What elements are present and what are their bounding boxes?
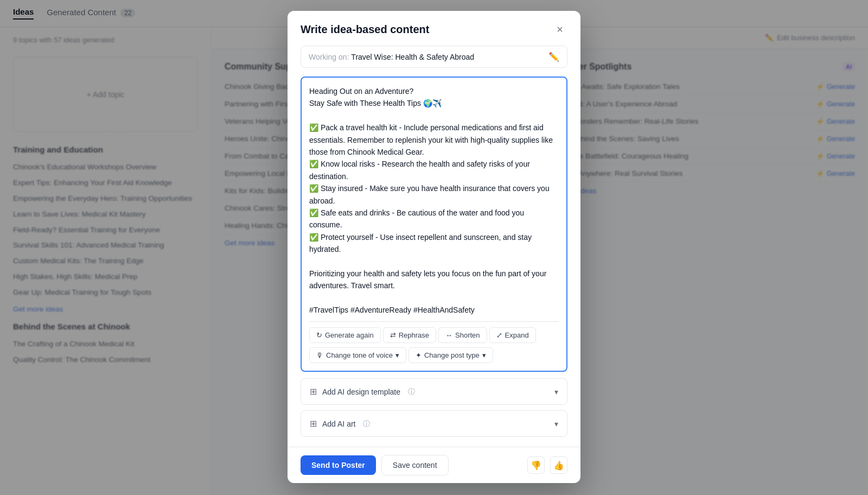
chevron-down-icon: ▾ (395, 351, 399, 359)
save-content-button[interactable]: Save content (381, 455, 449, 475)
shorten-icon: ↔ (445, 331, 452, 339)
design-template-chevron-icon: ▾ (554, 388, 558, 396)
modal-body: Working on: Travel Wise: Health & Safety… (288, 46, 580, 447)
write-content-modal: Write idea-based content × Working on: T… (288, 11, 580, 483)
thumbs-down-button[interactable]: 👎 (527, 456, 545, 474)
modal-header: Write idea-based content × (288, 11, 580, 46)
shorten-button[interactable]: ↔ Shorten (438, 327, 487, 343)
design-template-info-icon[interactable]: ⓘ (408, 387, 415, 397)
working-on-value: Travel Wise: Health & Safety Abroad (351, 53, 474, 61)
change-post-type-button[interactable]: ✦ Change post type ▾ (409, 347, 493, 363)
ai-art-info-icon[interactable]: ⓘ (363, 419, 370, 429)
tone-icon: 🎙 (316, 351, 323, 359)
ai-art-icon: ⊞ (310, 418, 317, 429)
ai-art-chevron-icon: ▾ (554, 420, 558, 428)
thumbs-up-button[interactable]: 👍 (550, 456, 567, 474)
rephrase-button[interactable]: ⇄ Rephrase (383, 327, 436, 343)
expand-button[interactable]: ⤢ Expand (489, 327, 536, 343)
thumbs-up-icon: 👍 (553, 460, 564, 471)
modal-footer: Send to Poster Save content 👎 👍 (288, 447, 580, 483)
add-ai-art-card[interactable]: ⊞ Add AI art ⓘ ▾ (301, 410, 567, 437)
chevron-down-icon: ▾ (482, 351, 486, 359)
rephrase-icon: ⇄ (390, 331, 396, 339)
modal-title: Write idea-based content (301, 23, 429, 36)
change-tone-button[interactable]: 🎙 Change tone of voice ▾ (309, 347, 406, 363)
post-type-icon: ✦ (416, 351, 422, 359)
modal-overlay: Write idea-based content × Working on: T… (0, 0, 868, 495)
working-on-label: Working on: (309, 53, 349, 61)
edit-working-on-icon[interactable]: ✏️ (548, 52, 559, 62)
close-modal-button[interactable]: × (552, 22, 567, 37)
refresh-icon: ↻ (316, 331, 322, 339)
send-to-poster-button[interactable]: Send to Poster (301, 455, 376, 475)
add-design-template-card[interactable]: ⊞ Add AI design template ⓘ ▾ (301, 378, 567, 405)
expand-icon: ⤢ (496, 331, 502, 339)
thumbs-down-icon: 👎 (531, 460, 541, 471)
generate-again-button[interactable]: ↻ Generate again (309, 327, 381, 343)
content-textarea-wrapper: Heading Out on an Adventure? Stay Safe w… (301, 77, 567, 372)
working-on-bar: Working on: Travel Wise: Health & Safety… (301, 46, 567, 68)
content-textarea[interactable]: Heading Out on an Adventure? Stay Safe w… (309, 85, 559, 316)
design-template-icon: ⊞ (310, 386, 317, 397)
action-row: ↻ Generate again ⇄ Rephrase ↔ Shorten ⤢ … (309, 321, 559, 363)
